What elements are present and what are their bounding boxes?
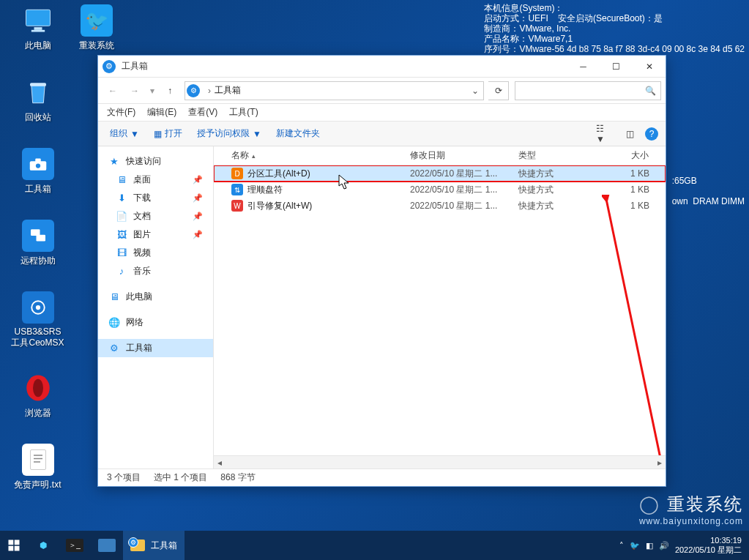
view-mode-button[interactable]: ☷ ▼ bbox=[595, 126, 614, 142]
svg-rect-8 bbox=[36, 235, 45, 242]
taskbar-label: 工具箱 bbox=[151, 540, 177, 552]
terminal-icon: ＞_ bbox=[66, 539, 83, 552]
table-row[interactable]: D分区工具(Alt+D) 2022/05/10 星期二 1... 快捷方式 1 … bbox=[214, 165, 666, 182]
close-button[interactable]: ✕ bbox=[633, 56, 666, 78]
col-name[interactable]: 名称▴ bbox=[214, 149, 404, 162]
shortcut-icon: W bbox=[231, 200, 243, 212]
desktop-icon-usb[interactable]: USB3&SRS 工具CeoMSX bbox=[10, 291, 65, 349]
label: USB3&SRS 工具CeoMSX bbox=[10, 326, 65, 349]
horizontal-scrollbar[interactable]: ◂ ▸ bbox=[214, 455, 666, 468]
scroll-left-icon[interactable]: ◂ bbox=[214, 456, 226, 468]
up-button[interactable]: ↑ bbox=[160, 81, 180, 101]
desktop-icon-thispc[interactable]: 此电脑 bbox=[10, 4, 65, 52]
desktop-icon-toolbox[interactable]: 工具箱 bbox=[10, 148, 65, 195]
taskbar: ⬢ ＞_ ⚙ 工具箱 ˄ 🐦 ◧ 🔊 10:35:19 2022/05/10 星… bbox=[0, 531, 749, 560]
svg-line-17 bbox=[606, 199, 660, 455]
sidebar-item-music[interactable]: ♪音乐 bbox=[98, 262, 213, 280]
back-button[interactable]: ← bbox=[103, 81, 123, 101]
minimize-button[interactable]: ─ bbox=[567, 56, 600, 78]
svg-rect-18 bbox=[9, 540, 14, 545]
sidebar-item-thispc[interactable]: 🖥此电脑 bbox=[98, 288, 213, 306]
menu-tools[interactable]: 工具(T) bbox=[229, 106, 258, 119]
titlebar[interactable]: ⚙ 工具箱 ─ ☐ ✕ bbox=[98, 56, 666, 78]
table-row[interactable]: ⇅理顺盘符 2022/05/10 星期二 1... 快捷方式 1 KB bbox=[214, 182, 666, 198]
tray-volume-icon[interactable]: 🔊 bbox=[659, 541, 669, 550]
twitter-icon: 🐦 bbox=[81, 4, 113, 37]
maximize-button[interactable]: ☐ bbox=[600, 56, 633, 78]
sidebar-item-videos[interactable]: 🎞视频 bbox=[98, 244, 213, 262]
tray-twitter-icon[interactable]: 🐦 bbox=[630, 541, 640, 550]
menu-edit[interactable]: 编辑(E) bbox=[147, 106, 176, 119]
svg-point-12 bbox=[33, 379, 43, 397]
tray-up-icon[interactable]: ˄ bbox=[619, 541, 624, 550]
label: 远程协助 bbox=[10, 255, 65, 267]
desktop-icon-disclaimer[interactable]: 免责声明.txt bbox=[10, 444, 65, 491]
status-bytes: 868 字节 bbox=[220, 471, 255, 484]
col-type[interactable]: 类型 bbox=[513, 149, 597, 162]
svg-rect-20 bbox=[9, 546, 14, 551]
open-button[interactable]: ▦ 打开 bbox=[149, 124, 187, 143]
annotation-arrow bbox=[602, 195, 666, 455]
col-date[interactable]: 修改日期 bbox=[404, 149, 513, 162]
taskbar-app-2[interactable]: ＞_ bbox=[59, 531, 91, 560]
pictures-icon: 🖼 bbox=[116, 229, 127, 241]
star-icon: ★ bbox=[108, 156, 120, 168]
sidebar-item-documents[interactable]: 📄文档📌 bbox=[98, 207, 213, 225]
file-name: 引导修复(Alt+W) bbox=[247, 200, 312, 212]
address-bar[interactable]: ⚙ › 工具箱 ⌄ bbox=[185, 81, 484, 100]
svg-rect-19 bbox=[15, 540, 20, 545]
sidebar-item-pictures[interactable]: 🖼图片📌 bbox=[98, 225, 213, 244]
svg-rect-13 bbox=[30, 450, 45, 470]
col-size[interactable]: 大小 bbox=[597, 149, 666, 162]
status-selected: 选中 1 个项目 bbox=[154, 471, 207, 484]
file-name: 理顺盘符 bbox=[247, 184, 283, 196]
desktop-icon-remote[interactable]: 远程协助 bbox=[10, 220, 65, 267]
tray-icon[interactable]: ◧ bbox=[646, 541, 653, 550]
scroll-right-icon[interactable]: ▸ bbox=[654, 456, 666, 468]
window-icon bbox=[98, 539, 116, 552]
preview-pane-button[interactable]: ◫ bbox=[620, 126, 639, 142]
menu-file[interactable]: 文件(F) bbox=[107, 106, 135, 119]
sidebar-item-toolbox[interactable]: ⚙工具箱 bbox=[98, 339, 213, 357]
explorer-window: ⚙ 工具箱 ─ ☐ ✕ ← → ▾ ↑ ⚙ › 工具箱 ⌄ ⟳ 🔍 文件(F) … bbox=[97, 55, 666, 487]
label: 工具箱 bbox=[10, 183, 65, 195]
file-date: 2022/05/10 星期二 1... bbox=[404, 200, 513, 212]
table-row[interactable]: W引导修复(Alt+W) 2022/05/10 星期二 1... 快捷方式 1 … bbox=[214, 198, 666, 214]
desktop-icon-reinstall[interactable]: 🐦 重装系统 bbox=[69, 4, 124, 52]
pin-icon: 📌 bbox=[193, 212, 203, 221]
video-icon: 🎞 bbox=[116, 247, 127, 259]
file-type: 快捷方式 bbox=[513, 184, 597, 196]
organize-button[interactable]: 组织 ▼ bbox=[105, 124, 144, 143]
menu-view[interactable]: 查看(V) bbox=[188, 106, 217, 119]
sidebar-item-downloads[interactable]: ⬇下载📌 bbox=[98, 189, 213, 207]
address-dropdown-icon[interactable]: ⌄ bbox=[469, 86, 482, 96]
svg-rect-21 bbox=[15, 546, 20, 551]
grant-access-button[interactable]: 授予访问权限 ▼ bbox=[193, 124, 266, 143]
forward-button[interactable]: → bbox=[124, 81, 145, 101]
desktop-icon-browser[interactable]: 浏览器 bbox=[10, 372, 65, 419]
folder-icon: ⚙ bbox=[130, 540, 145, 551]
location-icon: ⚙ bbox=[187, 84, 200, 97]
breadcrumb[interactable]: 工具箱 bbox=[215, 84, 241, 97]
sidebar-item-desktop[interactable]: 🖥桌面📌 bbox=[98, 171, 213, 189]
sidebar-item-network[interactable]: 🌐网络 bbox=[98, 313, 213, 332]
help-button[interactable]: ? bbox=[645, 127, 658, 141]
start-button[interactable] bbox=[0, 531, 28, 560]
clock[interactable]: 10:35:19 2022/05/10 星期二 bbox=[675, 536, 742, 555]
search-input[interactable]: 🔍 bbox=[515, 81, 661, 100]
pc-icon: 🖥 bbox=[108, 291, 120, 303]
file-date: 2022/05/10 星期二 1... bbox=[404, 168, 513, 180]
svg-rect-1 bbox=[34, 27, 42, 30]
svg-point-6 bbox=[35, 163, 40, 168]
sidebar-quick-access[interactable]: ★快速访问 bbox=[98, 152, 213, 171]
taskbar-app-1[interactable]: ⬢ bbox=[28, 531, 59, 560]
refresh-button[interactable]: ⟳ bbox=[488, 81, 509, 100]
taskbar-app-3[interactable] bbox=[91, 531, 123, 560]
desktop-icon-bin[interactable]: 回收站 bbox=[10, 76, 65, 124]
command-bar: 组织 ▼ ▦ 打开 授予访问权限 ▼ 新建文件夹 ☷ ▼ ◫ ? bbox=[98, 122, 666, 146]
file-size: 1 KB bbox=[597, 184, 666, 195]
taskbar-active-window[interactable]: ⚙ 工具箱 bbox=[123, 531, 185, 560]
recent-dropdown[interactable]: ▾ bbox=[146, 81, 158, 101]
new-folder-button[interactable]: 新建文件夹 bbox=[272, 124, 324, 143]
status-bar: 3 个项目 选中 1 个项目 868 字节 bbox=[98, 468, 666, 486]
